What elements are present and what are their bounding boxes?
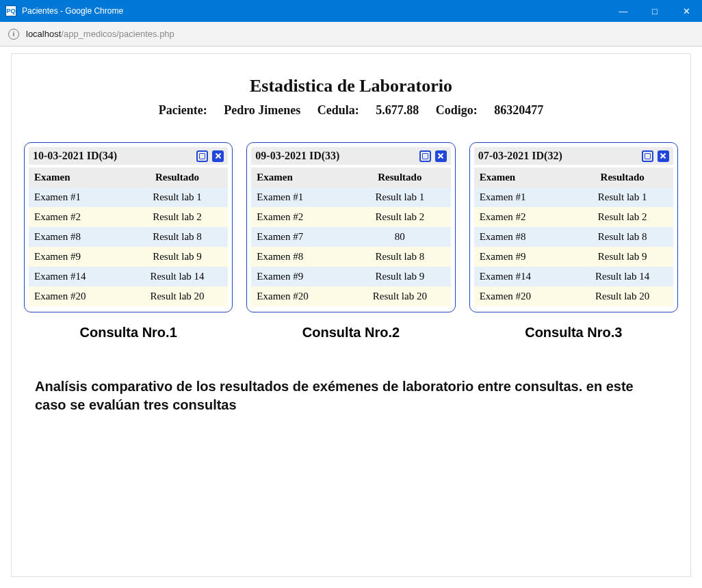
table-row: Examen #20Result lab 20 xyxy=(474,286,673,306)
cell-exam: Examen #9 xyxy=(29,247,127,267)
table-row: Examen #2Result lab 2 xyxy=(251,207,450,227)
table-row: Examen #2Result lab 2 xyxy=(29,207,228,227)
consulta-card-title: 10-03-2021 ID(34) xyxy=(33,150,117,162)
table-row: Examen #20Result lab 20 xyxy=(29,286,228,306)
consulta-card: 09-03-2021 ID(33)ExamenResultadoExamen #… xyxy=(246,142,455,312)
cell-result: Result lab 1 xyxy=(571,187,673,207)
cell-exam: Examen #9 xyxy=(251,267,349,286)
patient-info: Paciente: Pedro Jimenes Cedula: 5.677.88… xyxy=(24,103,678,118)
codigo-value: 86320477 xyxy=(494,103,543,117)
consulta-table: ExamenResultadoExamen #1Result lab 1Exam… xyxy=(29,168,228,306)
table-row: Examen #20Result lab 20 xyxy=(251,286,450,306)
cell-exam: Examen #8 xyxy=(474,227,572,247)
table-row: Examen #8Result lab 8 xyxy=(29,227,228,247)
cell-result: 80 xyxy=(349,227,451,247)
consulta-card-title: 09-03-2021 ID(33) xyxy=(255,150,339,162)
app-favicon: PQ xyxy=(5,5,16,16)
table-row: Examen #8Result lab 8 xyxy=(251,247,450,267)
maximize-icon[interactable] xyxy=(196,150,208,162)
url-path: /app_medicos/pacientes.php xyxy=(61,29,174,39)
table-row: Examen #9Result lab 9 xyxy=(251,267,450,286)
consulta-caption: Consulta Nro.3 xyxy=(469,325,678,340)
table-row: Examen #9Result lab 9 xyxy=(474,247,673,267)
cell-exam: Examen #1 xyxy=(29,187,127,207)
cell-exam: Examen #1 xyxy=(474,187,572,207)
table-row: Examen #1Result lab 1 xyxy=(474,187,673,207)
cell-result: Result lab 14 xyxy=(127,267,229,286)
maximize-icon[interactable] xyxy=(419,150,431,162)
consulta-card-header: 07-03-2021 ID(32) xyxy=(474,147,673,165)
cell-exam: Examen #14 xyxy=(474,267,572,286)
cell-exam: Examen #20 xyxy=(474,286,572,306)
codigo-label: Codigo: xyxy=(436,103,478,117)
cell-exam: Examen #8 xyxy=(251,247,349,267)
page-title: Estadistica de Laboratorio xyxy=(24,76,678,96)
table-row: Examen #9Result lab 9 xyxy=(29,247,228,267)
cell-result: Result lab 20 xyxy=(349,286,451,306)
close-icon[interactable] xyxy=(658,150,669,162)
cell-result: Result lab 2 xyxy=(127,207,229,227)
col-exam-header: Examen xyxy=(29,168,127,187)
cell-result: Result lab 2 xyxy=(571,207,673,227)
consulta-column: 09-03-2021 ID(33)ExamenResultadoExamen #… xyxy=(246,142,455,340)
url-display[interactable]: localhost/app_medicos/pacientes.php xyxy=(26,29,174,39)
close-icon[interactable] xyxy=(435,150,447,162)
cell-exam: Examen #2 xyxy=(251,207,349,227)
cedula-label: Cedula: xyxy=(317,103,359,117)
consulta-card-icons xyxy=(419,150,447,162)
patient-label: Paciente: xyxy=(159,103,207,117)
page-content: Estadistica de Laboratorio Paciente: Ped… xyxy=(11,53,691,577)
table-row: Examen #14Result lab 14 xyxy=(474,267,673,286)
cell-exam: Examen #2 xyxy=(474,207,572,227)
window-controls: — □ ✕ xyxy=(608,0,702,22)
analysis-text: Analísis comparativo de los resultados d… xyxy=(24,377,678,414)
col-result-header: Resultado xyxy=(127,168,229,187)
cell-exam: Examen #14 xyxy=(29,267,127,286)
col-result-header: Resultado xyxy=(349,168,451,187)
cell-result: Result lab 1 xyxy=(349,187,451,207)
consulta-card: 07-03-2021 ID(32)ExamenResultadoExamen #… xyxy=(469,142,678,312)
cell-exam: Examen #20 xyxy=(251,286,349,306)
cedula-value: 5.677.88 xyxy=(376,103,419,117)
site-info-icon[interactable]: i xyxy=(8,29,19,40)
col-exam-header: Examen xyxy=(251,168,349,187)
consulta-card-title: 07-03-2021 ID(32) xyxy=(478,150,562,162)
cell-result: Result lab 20 xyxy=(571,286,673,306)
col-result-header: Resultado xyxy=(571,168,673,187)
url-host: localhost xyxy=(26,29,61,39)
close-icon[interactable] xyxy=(212,150,224,162)
cell-exam: Examen #2 xyxy=(29,207,127,227)
consulta-caption: Consulta Nro.1 xyxy=(24,325,233,340)
consulta-column: 07-03-2021 ID(32)ExamenResultadoExamen #… xyxy=(469,142,678,340)
cell-result: Result lab 20 xyxy=(127,286,229,306)
consultas-row: 10-03-2021 ID(34)ExamenResultadoExamen #… xyxy=(24,142,678,340)
page-viewport: Estadistica de Laboratorio Paciente: Ped… xyxy=(0,46,702,588)
cell-result: Result lab 1 xyxy=(127,187,229,207)
window-maximize-button[interactable]: □ xyxy=(639,0,671,22)
cell-result: Result lab 2 xyxy=(349,207,451,227)
window-close-button[interactable]: ✕ xyxy=(671,0,702,22)
cell-result: Result lab 9 xyxy=(349,267,451,286)
cell-exam: Examen #8 xyxy=(29,227,127,247)
table-row: Examen #1Result lab 1 xyxy=(29,187,228,207)
table-row: Examen #2Result lab 2 xyxy=(474,207,673,227)
cell-result: Result lab 9 xyxy=(127,247,229,267)
consulta-card-header: 10-03-2021 ID(34) xyxy=(29,147,228,165)
maximize-icon[interactable] xyxy=(642,150,653,162)
cell-exam: Examen #1 xyxy=(251,187,349,207)
cell-result: Result lab 14 xyxy=(571,267,673,286)
window-title: Pacientes - Google Chrome xyxy=(22,6,123,16)
cell-exam: Examen #9 xyxy=(474,247,572,267)
consulta-table: ExamenResultadoExamen #1Result lab 1Exam… xyxy=(474,168,673,306)
cell-exam: Examen #7 xyxy=(251,227,349,247)
consulta-card: 10-03-2021 ID(34)ExamenResultadoExamen #… xyxy=(24,142,233,312)
table-row: Examen #780 xyxy=(251,227,450,247)
cell-result: Result lab 8 xyxy=(349,247,451,267)
consulta-card-icons xyxy=(642,150,669,162)
cell-exam: Examen #20 xyxy=(29,286,127,306)
cell-result: Result lab 9 xyxy=(571,247,673,267)
window-minimize-button[interactable]: — xyxy=(608,0,639,22)
window-titlebar: PQ Pacientes - Google Chrome — □ ✕ xyxy=(0,0,702,22)
consulta-caption: Consulta Nro.2 xyxy=(246,325,455,340)
consulta-card-header: 09-03-2021 ID(33) xyxy=(251,147,450,165)
